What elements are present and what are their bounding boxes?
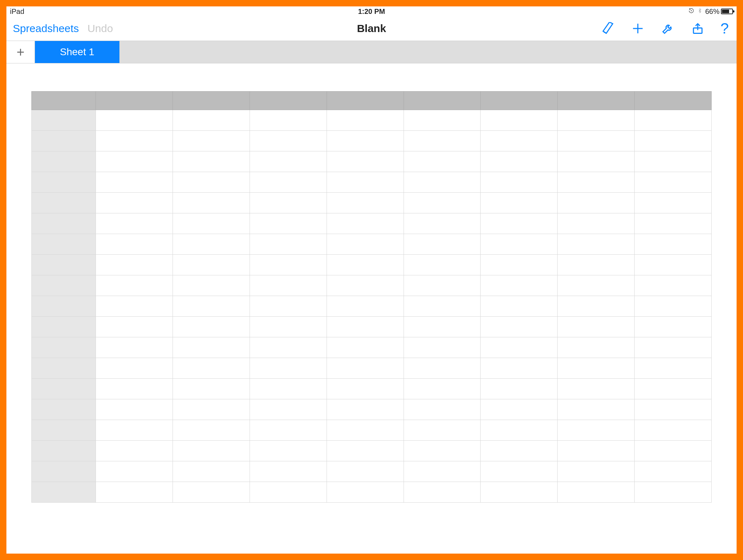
cell[interactable] [404,358,481,379]
cell[interactable] [173,172,250,193]
row-header[interactable] [32,234,96,255]
cell[interactable] [404,441,481,461]
cell[interactable] [250,193,327,213]
cell[interactable] [96,110,173,131]
cell[interactable] [481,379,558,399]
help-icon[interactable]: ? [721,21,729,36]
cell[interactable] [96,193,173,213]
cell[interactable] [635,379,712,399]
cell[interactable] [250,110,327,131]
cell[interactable] [481,482,558,503]
cell[interactable] [404,275,481,296]
column-header[interactable] [96,92,173,110]
row-header[interactable] [32,193,96,213]
row-header[interactable] [32,461,96,482]
cell[interactable] [481,172,558,193]
cell[interactable] [96,461,173,482]
cell[interactable] [173,420,250,441]
cell[interactable] [173,213,250,234]
cell[interactable] [404,193,481,213]
spreadsheet-canvas[interactable] [6,63,737,554]
cell[interactable] [481,461,558,482]
cell[interactable] [173,275,250,296]
cell[interactable] [635,234,712,255]
cell[interactable] [481,296,558,317]
cell[interactable] [96,172,173,193]
cell[interactable] [558,358,635,379]
column-header[interactable] [481,92,558,110]
cell[interactable] [558,482,635,503]
cell[interactable] [558,317,635,337]
cell[interactable] [96,337,173,358]
cell[interactable] [327,193,404,213]
cell[interactable] [558,379,635,399]
row-header[interactable] [32,317,96,337]
cell[interactable] [327,482,404,503]
cell[interactable] [96,255,173,275]
cell[interactable] [558,213,635,234]
cell[interactable] [481,255,558,275]
cell[interactable] [635,482,712,503]
cell[interactable] [404,110,481,131]
cell[interactable] [481,131,558,151]
cell[interactable] [558,234,635,255]
cell[interactable] [96,482,173,503]
cell[interactable] [558,461,635,482]
cell[interactable] [635,131,712,151]
cell[interactable] [173,296,250,317]
row-header[interactable] [32,482,96,503]
row-header[interactable] [32,255,96,275]
cell[interactable] [250,482,327,503]
cell[interactable] [250,461,327,482]
cell[interactable] [250,296,327,317]
cell[interactable] [635,358,712,379]
cell[interactable] [558,275,635,296]
cell[interactable] [558,441,635,461]
tools-wrench-icon[interactable] [661,21,675,36]
cell[interactable] [635,461,712,482]
cell[interactable] [250,358,327,379]
spreadsheet-grid[interactable] [31,91,712,503]
cell[interactable] [250,275,327,296]
cell[interactable] [250,317,327,337]
cell[interactable] [404,482,481,503]
column-header[interactable] [173,92,250,110]
share-icon[interactable] [691,21,705,36]
cell[interactable] [404,131,481,151]
cell[interactable] [635,441,712,461]
cell[interactable] [635,399,712,420]
cell[interactable] [481,275,558,296]
cell[interactable] [481,358,558,379]
cell[interactable] [250,379,327,399]
cell[interactable] [635,255,712,275]
cell[interactable] [250,213,327,234]
cell[interactable] [481,193,558,213]
cell[interactable] [635,275,712,296]
cell[interactable] [404,337,481,358]
cell[interactable] [96,234,173,255]
cell[interactable] [635,151,712,172]
sheet-tab-active[interactable]: Sheet 1 [35,41,119,63]
cell[interactable] [173,234,250,255]
cell[interactable] [481,213,558,234]
cell[interactable] [481,420,558,441]
cell[interactable] [173,255,250,275]
cell[interactable] [250,337,327,358]
cell[interactable] [558,172,635,193]
cell[interactable] [635,296,712,317]
cell[interactable] [481,110,558,131]
cell[interactable] [558,296,635,317]
cell[interactable] [96,441,173,461]
cell[interactable] [96,151,173,172]
add-sheet-button[interactable]: + [6,41,35,63]
cell[interactable] [327,358,404,379]
cell[interactable] [327,461,404,482]
format-brush-icon[interactable] [601,21,615,36]
cell[interactable] [558,399,635,420]
cell[interactable] [558,420,635,441]
cell[interactable] [173,482,250,503]
cell[interactable] [327,317,404,337]
cell[interactable] [404,172,481,193]
cell[interactable] [404,255,481,275]
cell[interactable] [481,441,558,461]
